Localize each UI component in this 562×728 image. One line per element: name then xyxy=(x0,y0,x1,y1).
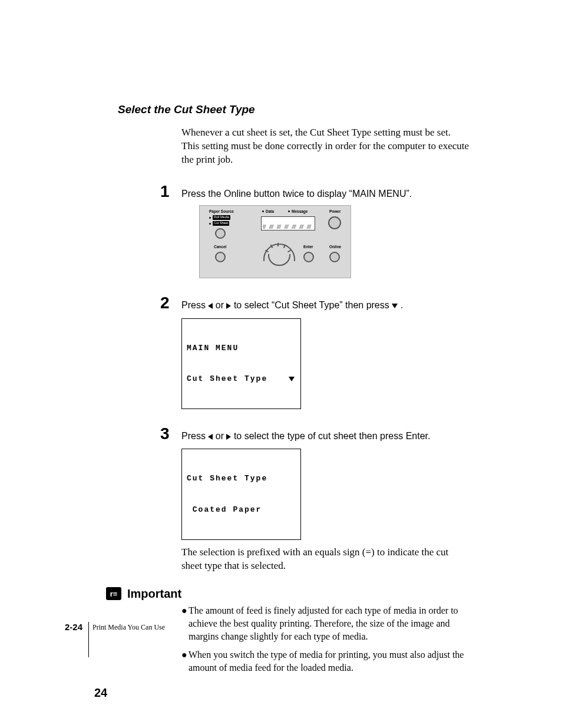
led-dot-icon xyxy=(262,210,264,212)
lcd-line: Cut Sheet Type xyxy=(187,473,296,484)
text-frag: Press xyxy=(181,431,208,441)
page-number: 2-24 xyxy=(65,622,87,657)
label-cancel: Cancel xyxy=(214,245,226,249)
button-ring-icon xyxy=(215,252,226,262)
left-arrow-icon xyxy=(208,303,213,309)
step-number: 1 xyxy=(160,183,181,200)
step-number: 3 xyxy=(160,426,181,442)
button-ring-icon xyxy=(329,252,340,262)
bullet-icon: ● xyxy=(181,604,189,644)
led-dot-icon xyxy=(209,217,211,219)
bullet-text: When you switch the type of media for pr… xyxy=(189,648,471,675)
lcd-line: MAIN MENU xyxy=(187,343,296,354)
label-power: Power xyxy=(329,209,341,213)
text-frag: Press xyxy=(181,300,208,310)
right-arrow-icon xyxy=(226,303,231,309)
step-3: 3 Press or to select the type of cut she… xyxy=(118,426,471,443)
tag-cut-sheet: Cut Sheet xyxy=(213,221,229,226)
lcd-display-2: Cut Sheet Type Coated Paper xyxy=(181,449,301,539)
step-2: 2 Press or to select “Cut Sheet Type” th… xyxy=(118,295,471,312)
important-icon: r≡ xyxy=(106,587,121,600)
led-dot-icon xyxy=(209,223,211,225)
power-button-icon xyxy=(328,216,341,229)
important-bullets: ● The amount of feed is finely adjusted … xyxy=(181,604,471,675)
text-frag: or xyxy=(216,300,227,310)
text-frag: to select the type of cut sheet then pre… xyxy=(234,431,431,441)
lcd-display-1: MAIN MENU Cut Sheet Type xyxy=(181,318,301,409)
label-online: Online xyxy=(329,245,341,249)
step-text: Press or to select the type of cut sheet… xyxy=(181,430,430,443)
intro-paragraph: Whenever a cut sheet is set, the Cut She… xyxy=(181,126,471,167)
text-frag: to select “Cut Sheet Type” then press xyxy=(234,300,392,310)
lcd-line: Cut Sheet Type xyxy=(187,374,267,384)
button-ring-icon xyxy=(303,252,314,262)
step-1: 1 Press the Online button twice to displ… xyxy=(118,183,471,200)
label-paper-source: Paper Source xyxy=(209,209,234,213)
page-footer: 2-24 Print Media You Can Use xyxy=(65,622,165,657)
selection-note: The selection is prefixed with an equals… xyxy=(181,546,471,573)
dial-icon xyxy=(263,243,293,268)
step-text: Press the Online button twice to display… xyxy=(181,187,412,200)
corner-page-number: 24 xyxy=(94,686,107,700)
step-text: Press or to select “Cut Sheet Type” then… xyxy=(181,299,403,312)
section-heading: Select the Cut Sheet Type xyxy=(118,103,471,116)
right-arrow-icon xyxy=(226,434,231,440)
left-arrow-icon xyxy=(208,434,213,440)
label-enter: Enter xyxy=(303,245,313,249)
lcd-screen-icon xyxy=(261,216,315,230)
bullet-icon: ● xyxy=(181,648,189,675)
label-data: Data xyxy=(266,209,274,213)
tag-roll-media: Roll Media xyxy=(213,215,230,220)
important-label: Important xyxy=(127,587,181,601)
control-panel-figure: Paper Source Roll Media Cut Sheet Cancel… xyxy=(181,205,471,278)
text-frag: or xyxy=(216,431,227,441)
down-arrow-icon xyxy=(392,304,398,308)
lcd-line: Coated Paper xyxy=(187,505,296,515)
button-ring-icon xyxy=(215,228,226,239)
bullet-text: The amount of feed is finely adjusted fo… xyxy=(189,604,471,644)
footer-caption: Print Media You Can Use xyxy=(92,622,165,657)
important-heading: r≡ Important xyxy=(106,587,471,601)
led-dot-icon xyxy=(288,210,290,212)
down-arrow-icon xyxy=(289,377,295,381)
step-number: 2 xyxy=(160,295,181,311)
label-message: Message xyxy=(292,209,308,213)
text-frag: . xyxy=(401,300,403,310)
footer-divider xyxy=(88,622,89,657)
